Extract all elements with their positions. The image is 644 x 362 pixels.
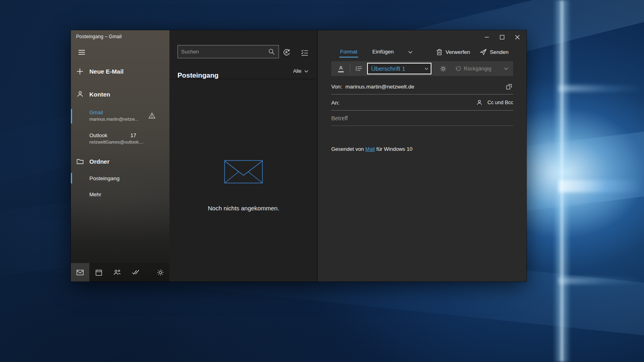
mail-app-window: Posteingang – Gmail Neue E-Mail Konten: [71, 30, 526, 282]
subject-row: [331, 111, 513, 126]
style-dropdown[interactable]: Überschrift 1: [367, 63, 431, 74]
folder-label: Mehr: [89, 191, 101, 197]
window-controls: [479, 32, 525, 42]
account-email: marinus.martin@netzw...: [89, 117, 138, 121]
account-email: netzweltGames@outlook....: [89, 140, 144, 144]
folder-item-posteingang[interactable]: Posteingang: [71, 172, 169, 185]
person-icon: [76, 90, 84, 98]
style-value: Überschrift 1: [368, 65, 425, 72]
accounts-header[interactable]: Konten: [71, 87, 169, 101]
folders-header[interactable]: Ordner: [71, 154, 169, 169]
paragraph-formatting-button[interactable]: [353, 66, 364, 72]
warning-icon: [149, 112, 155, 119]
font-formatting-icon: A: [339, 65, 343, 70]
hamburger-button[interactable]: [74, 46, 89, 58]
ribbon-overflow-button[interactable]: [406, 50, 415, 54]
select-mode-button[interactable]: [299, 47, 310, 58]
chevron-down-icon: [408, 51, 413, 54]
people-nav-button[interactable]: [108, 263, 126, 282]
toolbar-settings-button[interactable]: [438, 66, 448, 72]
folder-item-mehr[interactable]: Mehr: [71, 188, 169, 201]
people-icon: [114, 269, 121, 276]
to-label[interactable]: An:: [331, 100, 339, 106]
from-label: Von:: [331, 84, 342, 90]
signature-text: Gesendet von Mail für Windows 10: [331, 146, 413, 152]
maximize-icon: [500, 35, 504, 39]
person-icon: [476, 99, 483, 106]
desktop-wallpaper: Posteingang – Gmail Neue E-Mail Konten: [0, 0, 644, 362]
empty-message: Noch nichts angekommen.: [208, 205, 279, 212]
format-toolbar: A Überschrift 1: [331, 61, 513, 76]
tab-einfuegen[interactable]: Einfügen: [372, 47, 394, 58]
light-beam-horizontal: [559, 278, 644, 284]
hamburger-icon: [78, 49, 85, 55]
double-check-icon: [132, 269, 139, 275]
mail-link[interactable]: Mail: [365, 146, 375, 152]
discard-label: Verwerfen: [446, 49, 470, 55]
selection-indicator: [71, 173, 72, 183]
new-mail-label: Neue E-Mail: [89, 68, 124, 75]
new-mail-button[interactable]: Neue E-Mail: [71, 64, 169, 78]
send-icon: [480, 49, 487, 55]
envelope-icon: [224, 160, 263, 183]
signature-prefix: Gesendet von: [331, 146, 365, 152]
search-box: [178, 45, 279, 58]
tab-format[interactable]: Format: [339, 47, 358, 58]
search-icon: [268, 48, 275, 55]
chevron-down-icon: [425, 68, 431, 70]
toolbar-overflow-button[interactable]: [504, 67, 508, 70]
folder-label: Posteingang: [89, 175, 120, 181]
sidebar: Posteingang – Gmail Neue E-Mail Konten: [71, 30, 169, 282]
subject-input[interactable]: [331, 115, 513, 121]
from-value[interactable]: marinus.martin@netzwelt.de: [345, 84, 414, 90]
sync-button[interactable]: [281, 47, 292, 58]
undo-icon: [455, 66, 461, 72]
todo-nav-button[interactable]: [126, 263, 145, 282]
undo-button[interactable]: Rückgängig: [452, 65, 494, 72]
open-new-window-button[interactable]: [505, 82, 513, 91]
filter-dropdown[interactable]: Alle: [291, 68, 311, 74]
divider: [169, 79, 318, 79]
compose-pane: Format Einfügen Verwerfen: [318, 30, 526, 282]
accounts-header-label: Konten: [89, 91, 110, 98]
settings-nav-button[interactable]: [151, 263, 169, 282]
send-button[interactable]: Senden: [477, 47, 511, 57]
folder-icon: [76, 158, 84, 165]
calendar-icon: [95, 269, 102, 276]
gear-icon: [157, 269, 164, 276]
mail-icon: [76, 269, 84, 276]
message-body-editor[interactable]: Gesendet von Mail für Windows 10: [331, 133, 513, 274]
signature-suffix: für Windows 10: [375, 146, 412, 152]
popout-icon: [506, 83, 512, 90]
search-input[interactable]: [178, 49, 266, 55]
maximize-button[interactable]: [494, 32, 510, 42]
divider: [350, 64, 350, 73]
plus-icon: [76, 68, 83, 75]
font-formatting-button[interactable]: A: [336, 65, 346, 72]
account-name: Gmail: [89, 109, 103, 115]
minimize-button[interactable]: [479, 32, 494, 42]
account-name: Outlook: [89, 132, 107, 138]
account-item-outlook[interactable]: Outlook 17 netzweltGames@outlook....: [71, 130, 169, 149]
light-beam-horizontal: [559, 85, 644, 92]
trash-icon: [436, 49, 442, 56]
filter-label: Alle: [293, 68, 301, 74]
account-item-gmail[interactable]: Gmail marinus.martin@netzw...: [71, 107, 169, 126]
message-list-pane: Posteingang Alle Noch nichts angekommen.: [169, 30, 318, 282]
discard-button[interactable]: Verwerfen: [434, 47, 473, 57]
minimize-icon: [485, 35, 489, 39]
gear-icon: [440, 66, 446, 72]
window-title: Posteingang – Gmail: [76, 34, 122, 39]
calendar-nav-button[interactable]: [89, 263, 108, 282]
close-icon: [515, 35, 520, 39]
empty-state: Noch nichts angekommen.: [169, 160, 318, 212]
cc-bcc-button[interactable]: Cc und Bcc: [487, 99, 513, 106]
font-underline-bar: [338, 71, 344, 72]
close-button[interactable]: [510, 32, 525, 42]
unread-count-badge: 17: [130, 132, 136, 138]
search-button[interactable]: [266, 48, 279, 56]
choose-contacts-button[interactable]: [475, 99, 483, 107]
light-beam-horizontal: [559, 180, 644, 192]
folders-header-label: Ordner: [89, 158, 109, 165]
mail-nav-button[interactable]: [71, 263, 89, 282]
